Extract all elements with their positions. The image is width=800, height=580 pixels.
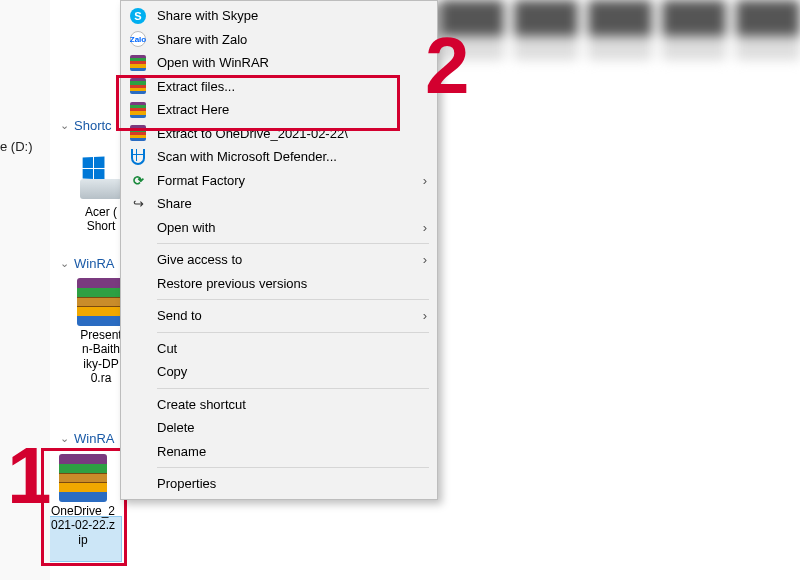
menu-item-label: Open with [157,220,423,235]
menu-item-label: Copy [157,364,427,379]
winrar-icon [127,54,149,72]
group-label: WinRA [74,256,114,271]
menu-item-open-with-winrar[interactable]: Open with WinRAR [121,51,437,75]
chevron-right-icon: › [423,173,427,188]
group-header-shortcuts[interactable]: ⌄ Shortc [60,118,112,133]
chevron-right-icon: › [423,252,427,267]
format-factory-icon: ⟳ [127,171,149,189]
file-label: OneDrive_2 021-02-22.z ip [51,504,115,547]
drive-label[interactable]: e (D:) [0,139,33,154]
share-icon: ↪ [127,195,149,213]
menu-item-copy[interactable]: Copy [121,360,437,384]
context-menu: SShare with SkypeZaloShare with ZaloOpen… [120,0,438,500]
menu-separator [157,388,429,389]
menu-item-label: Share with Skype [157,8,427,23]
menu-item-label: Extract to OneDrive_2021-02-22\ [157,126,427,141]
blank-icon [127,395,149,413]
blank-icon [127,307,149,325]
winrar-icon [127,77,149,95]
sidebar-panel [0,0,50,580]
menu-item-share-with-zalo[interactable]: ZaloShare with Zalo [121,28,437,52]
menu-item-label: Delete [157,420,427,435]
menu-item-extract-to-onedrive-2021-02-22[interactable]: Extract to OneDrive_2021-02-22\ [121,122,437,146]
group-header-winrar-2[interactable]: ⌄ WinRA [60,431,114,446]
menu-item-send-to[interactable]: Send to› [121,304,437,328]
menu-item-delete[interactable]: Delete [121,416,437,440]
menu-item-label: Cut [157,341,427,356]
menu-separator [157,299,429,300]
skype-icon: S [127,7,149,25]
windows-drive-icon [77,155,125,203]
blank-icon [127,442,149,460]
winrar-icon [127,124,149,142]
menu-item-extract-here[interactable]: Extract Here [121,98,437,122]
winrar-archive-icon [59,454,107,502]
menu-item-label: Open with WinRAR [157,55,427,70]
chevron-down-icon: ⌄ [60,257,69,270]
group-label: Shortc [74,118,112,133]
file-label: Acer ( Short [85,205,117,234]
menu-item-open-with[interactable]: Open with› [121,216,437,240]
menu-item-create-shortcut[interactable]: Create shortcut [121,393,437,417]
blank-icon [127,339,149,357]
chevron-right-icon: › [423,308,427,323]
menu-item-label: Rename [157,444,427,459]
menu-separator [157,243,429,244]
menu-item-label: Extract files... [157,79,427,94]
blank-icon [127,251,149,269]
chevron-down-icon: ⌄ [60,432,69,445]
file-item-onedrive-zip[interactable]: OneDrive_2 021-02-22.z ip [44,454,122,547]
menu-item-label: Properties [157,476,427,491]
file-label: Present n-Baith iky-DP 0.ra [80,328,121,386]
menu-item-properties[interactable]: Properties [121,472,437,496]
menu-item-label: Give access to [157,252,423,267]
menu-item-cut[interactable]: Cut [121,337,437,361]
menu-item-label: Share with Zalo [157,32,427,47]
menu-item-rename[interactable]: Rename [121,440,437,464]
menu-item-label: Restore previous versions [157,276,427,291]
menu-item-label: Scan with Microsoft Defender... [157,149,427,164]
menu-item-format-factory[interactable]: ⟳Format Factory› [121,169,437,193]
blurred-background-thumbnails [440,0,800,75]
menu-item-scan-with-microsoft-defender[interactable]: Scan with Microsoft Defender... [121,145,437,169]
chevron-down-icon: ⌄ [60,119,69,132]
winrar-icon [127,101,149,119]
menu-item-label: Format Factory [157,173,423,188]
menu-item-share-with-skype[interactable]: SShare with Skype [121,4,437,28]
zalo-icon: Zalo [127,30,149,48]
group-header-winrar-1[interactable]: ⌄ WinRA [60,256,114,271]
blank-icon [127,475,149,493]
menu-item-label: Extract Here [157,102,427,117]
menu-item-label: Create shortcut [157,397,427,412]
menu-separator [157,467,429,468]
blank-icon [127,363,149,381]
menu-item-label: Share [157,196,427,211]
menu-separator [157,332,429,333]
blank-icon [127,218,149,236]
menu-item-share[interactable]: ↪Share [121,192,437,216]
group-label: WinRA [74,431,114,446]
chevron-right-icon: › [423,220,427,235]
menu-item-extract-files[interactable]: Extract files... [121,75,437,99]
menu-item-label: Send to [157,308,423,323]
menu-item-give-access-to[interactable]: Give access to› [121,248,437,272]
defender-shield-icon [127,148,149,166]
winrar-archive-icon [77,278,125,326]
menu-item-restore-previous-versions[interactable]: Restore previous versions [121,272,437,296]
blank-icon [127,274,149,292]
blank-icon [127,419,149,437]
